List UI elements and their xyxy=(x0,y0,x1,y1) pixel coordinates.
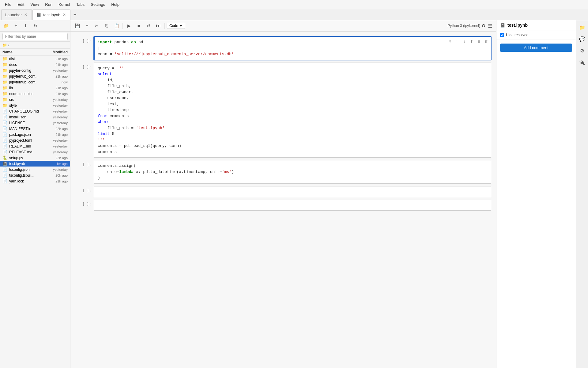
menu-view[interactable]: View xyxy=(28,2,41,7)
far-right-panel: 📁 💬 ⚙ 🔌 xyxy=(576,20,588,368)
cell-2-gutter: [ ]: xyxy=(75,63,94,158)
file-item-package-json[interactable]: 📄package.json21h ago xyxy=(0,132,70,137)
cell-5-label: [ ]: xyxy=(82,202,91,206)
cut-cell-button[interactable]: ✂ xyxy=(92,21,101,30)
search-input[interactable] xyxy=(2,33,68,40)
notebook-content: [ ]: ⎘ ↑ ↓ ⬆ ⊕ 🗑 import pandas as pd con… xyxy=(70,32,496,368)
cell-4-gutter: [ ]: xyxy=(75,186,94,197)
save-button[interactable]: 💾 xyxy=(73,21,81,30)
file-panel-icon[interactable]: 📁 xyxy=(578,23,587,32)
tab-notebook-close[interactable]: ✕ xyxy=(62,13,66,17)
menu-run[interactable]: Run xyxy=(43,2,55,7)
cell-1-content[interactable]: ⎘ ↑ ↓ ⬆ ⊕ 🗑 import pandas as pd conn = '… xyxy=(94,36,491,60)
file-item-style[interactable]: 📁styleyesterday xyxy=(0,102,70,108)
paste-cell-button[interactable]: 📋 xyxy=(112,21,121,30)
notebook-icon: 📓 xyxy=(36,13,41,17)
kernel-name-label: Python 3 (ipykernel) xyxy=(447,24,480,28)
sidebar-search xyxy=(0,32,70,42)
copy-cell-button[interactable]: ⎘ xyxy=(102,21,111,30)
add-cell-above-1-button[interactable]: ⬆ xyxy=(468,38,475,45)
file-item-jupyter-config[interactable]: 📁jupyter-configyesterday xyxy=(0,67,70,73)
file-item-tsconfig-tsbui[interactable]: 📄tsconfig.tsbui...20h ago xyxy=(0,172,70,178)
refresh-button[interactable]: ↻ xyxy=(31,21,40,30)
file-item-src[interactable]: 📁srcyesterday xyxy=(0,97,70,102)
tab-launcher[interactable]: Launcher ✕ xyxy=(1,9,32,20)
cell-4-content[interactable] xyxy=(94,186,491,197)
delete-cell-1-button[interactable]: 🗑 xyxy=(483,38,490,45)
file-item-install-json[interactable]: 📄install.jsonyesterday xyxy=(0,114,70,120)
file-item-test-ipynb[interactable]: 📓test.ipynb1m ago xyxy=(0,161,70,167)
add-cell-below-1-button[interactable]: ⊕ xyxy=(476,38,482,45)
sidebar-toolbar: 📁 + ⬆ ↻ xyxy=(0,20,70,32)
file-item-tsconfig-json[interactable]: 📄tsconfig.jsonyesterday xyxy=(0,167,70,172)
cell-1: [ ]: ⎘ ↑ ↓ ⬆ ⊕ 🗑 import pandas as pd con… xyxy=(70,36,496,60)
cell-3-label: [ ]: xyxy=(82,163,91,167)
menu-file[interactable]: File xyxy=(2,2,14,7)
cell-2-code[interactable]: query = ''' select id, file_path, file_o… xyxy=(94,63,491,158)
file-item-license[interactable]: 📄LICENSEyesterday xyxy=(0,120,70,126)
file-item-jupyterhub-com-2[interactable]: 📁jupyterhub_com...now xyxy=(0,79,70,85)
folder-icon: 📁 xyxy=(2,62,7,67)
md-icon: 📄 xyxy=(2,109,7,113)
move-down-cell-1-button[interactable]: ↓ xyxy=(461,38,468,45)
cell-1-gutter: [ ]: xyxy=(75,36,94,60)
restart-kernel-button[interactable]: ↺ xyxy=(144,21,153,30)
upload-button[interactable]: ⬆ xyxy=(21,21,30,30)
menu-kernel[interactable]: Kernel xyxy=(56,2,73,7)
new-folder-button[interactable]: 📁 xyxy=(2,21,10,30)
copy-cell-1-button[interactable]: ⎘ xyxy=(446,38,453,45)
hide-resolved-checkbox[interactable] xyxy=(500,33,504,37)
cell-3-gutter: [ ]: xyxy=(75,160,94,184)
cell-3-code[interactable]: comments.assign( date=lambda x: pd.to_da… xyxy=(94,160,491,183)
md-icon: 📄 xyxy=(2,144,7,148)
file-item-dist[interactable]: 📁dist21h ago xyxy=(0,56,70,62)
file-item-yarn-lock[interactable]: 📄yarn.lock21h ago xyxy=(0,178,70,184)
tab-add-button[interactable]: + xyxy=(71,11,79,19)
nb-menu-icon[interactable]: ☰ xyxy=(486,22,494,29)
menu-settings[interactable]: Settings xyxy=(88,2,107,7)
file-item-docs[interactable]: 📁docs21h ago xyxy=(0,62,70,67)
cell-4: [ ]: xyxy=(70,186,496,197)
file-item-node-modules[interactable]: 📁node_modules21h ago xyxy=(0,91,70,97)
stop-kernel-button[interactable]: ■ xyxy=(134,21,143,30)
cell-2-label: [ ]: xyxy=(82,65,91,69)
chat-panel-icon[interactable]: 💬 xyxy=(578,34,587,44)
file-item-jupyterhub-com-1[interactable]: 📁jupyterhub_com...21h ago xyxy=(0,73,70,79)
tab-notebook[interactable]: 📓 test.ipynb ✕ xyxy=(32,10,70,20)
right-panel-file-icon: 📓 xyxy=(500,23,505,28)
notebook-toolbar: 💾 + ✂ ⎘ 📋 ▶ ■ ↺ ⏭ Code ▼ Python 3 (ipyke… xyxy=(70,20,496,32)
cell-1-actions: ⎘ ↑ ↓ ⬆ ⊕ 🗑 xyxy=(446,38,490,45)
col-modified-header: Modified xyxy=(43,50,68,54)
tab-launcher-close[interactable]: ✕ xyxy=(24,13,28,17)
settings-panel-icon[interactable]: ⚙ xyxy=(578,46,587,55)
md-icon: 📄 xyxy=(2,150,7,154)
extension-panel-icon[interactable]: 🔌 xyxy=(578,58,587,67)
file-item-setup-py[interactable]: 🐍setup.py22h ago xyxy=(0,155,70,161)
menu-tabs[interactable]: Tabs xyxy=(74,2,87,7)
nb-separator-2 xyxy=(164,23,165,29)
file-item-readme[interactable]: 📄README.mdyesterday xyxy=(0,143,70,149)
col-name-header[interactable]: Name xyxy=(2,50,43,54)
file-icon: 📄 xyxy=(2,179,7,183)
cell-type-select[interactable]: Code ▼ xyxy=(167,23,185,29)
menu-help[interactable]: Help xyxy=(109,2,122,7)
cell-5-content[interactable] xyxy=(94,200,491,211)
menubar: File Edit View Run Kernel Tabs Settings … xyxy=(0,0,588,9)
menu-edit[interactable]: Edit xyxy=(15,2,27,7)
file-item-manifest[interactable]: 📄MANIFEST.in22h ago xyxy=(0,126,70,132)
file-item-pyproject[interactable]: 📄pyproject.tomlyesterday xyxy=(0,137,70,143)
new-launcher-button[interactable]: + xyxy=(12,21,20,30)
add-comment-button[interactable]: Add comment xyxy=(500,44,572,52)
move-up-cell-1-button[interactable]: ↑ xyxy=(454,38,460,45)
file-item-changelog[interactable]: 📄CHANGELOG.mdyesterday xyxy=(0,108,70,114)
cell-3-content[interactable]: comments.assign( date=lambda x: pd.to_da… xyxy=(94,160,491,184)
file-item-release[interactable]: 📄RELEASE.mdyesterday xyxy=(0,149,70,155)
cell-1-code[interactable]: import pandas as pd conn = 'sqlite:///ju… xyxy=(94,37,491,60)
folder-icon: 📁 xyxy=(2,74,7,79)
cell-left-bar xyxy=(94,37,95,60)
file-item-lib[interactable]: 📁lib21h ago xyxy=(0,85,70,91)
cell-2-content[interactable]: query = ''' select id, file_path, file_o… xyxy=(94,63,491,158)
skip-button[interactable]: ⏭ xyxy=(154,21,163,30)
run-cell-button[interactable]: ▶ xyxy=(125,21,133,30)
add-cell-button[interactable]: + xyxy=(83,21,91,30)
